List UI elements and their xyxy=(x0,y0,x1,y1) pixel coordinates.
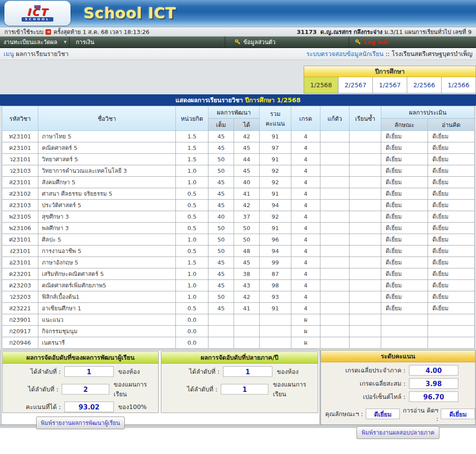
cell-full_score: 45 xyxy=(208,142,234,154)
cell-grade: 4 xyxy=(291,291,320,303)
cell-code: ก20917 xyxy=(2,326,38,337)
header-banner: ICT SCHOOL School ICT xyxy=(0,0,476,27)
cell-character_eval: ดีเยี่ยม xyxy=(381,211,428,223)
menu-item-registration[interactable]: งานทะเบียนและวัดผล ▼ xyxy=(0,37,70,47)
cell-credit: 0.5 xyxy=(176,246,208,257)
rank-panels-container: ผลการจัดอับดับที่ของผลการพัฒนาผู้เรียน ไ… xyxy=(1,350,320,425)
year-tab-1/2566[interactable]: 1/2566 xyxy=(442,77,476,93)
cell-full_score: 45 xyxy=(208,131,234,142)
table-title: แสดงผลการเรียนรายวิชา xyxy=(175,97,243,104)
cell-credit: 0.5 xyxy=(176,211,208,223)
cell-full_score xyxy=(208,326,234,337)
menu-spacer xyxy=(104,37,225,47)
cell-credit: 1.0 xyxy=(176,177,208,188)
cell-reading_eval: ดีเยี่ยม xyxy=(428,188,475,200)
program-rank-value: 2 xyxy=(62,384,109,394)
system-school-label: ระบบตรวจสอบข้อมูลนักเรียน :: โรงเรียนสตร… xyxy=(306,49,472,59)
table-row: ก23901แนะแนว0.0ผ xyxy=(2,314,475,326)
header-character: ลักษณะ xyxy=(381,119,428,131)
cell-total: 94 xyxy=(260,246,291,257)
cell-makeup xyxy=(320,223,350,234)
cell-full_score: 45 xyxy=(208,303,234,314)
cell-grade: 4 xyxy=(291,257,320,268)
main-menu-bar: งานทะเบียนและวัดผล ▼ การเงิน ข้อมูลส่วนต… xyxy=(0,37,476,48)
cell-character_eval xyxy=(381,326,428,337)
cell-retake xyxy=(350,257,381,268)
cell-total: 91 xyxy=(260,303,291,314)
menu-item-finance[interactable]: การเงิน xyxy=(70,37,104,47)
cell-code: ค23201 xyxy=(2,268,38,280)
development-rank-panel: ผลการจัดอับดับที่ของผลการพัฒนาผู้เรียน ไ… xyxy=(2,351,159,413)
cell-reading_eval: ดีเยี่ยม xyxy=(428,223,475,234)
arrow-icon: ➜ xyxy=(45,29,51,35)
cell-full_score: 45 xyxy=(208,177,234,188)
program-rank-value: 1 xyxy=(221,384,268,394)
print-final-exam-report-button[interactable]: พิมพ์รายงานผลสอบปลายภาค xyxy=(357,426,439,439)
cell-code: ท23101 xyxy=(2,131,38,142)
cell-retake xyxy=(350,246,381,257)
cell-code: ง23101 xyxy=(2,246,38,257)
score-label: คะแนนที่ได้ : xyxy=(3,402,64,412)
table-row: ว23103วิทยาการคำนวณและเทคโนโลยี 31.05045… xyxy=(2,165,475,177)
header-makeup: แก้ตัว xyxy=(320,106,350,131)
cell-code: ส23221 xyxy=(2,303,38,314)
rank-unit: ของห้อง xyxy=(114,367,140,376)
header-evaluation: ผลการประเมิน xyxy=(381,106,475,119)
cell-total: 98 xyxy=(260,280,291,291)
cell-retake xyxy=(350,154,381,165)
cell-retake xyxy=(350,165,381,177)
cell-reading_eval: ดีเยี่ยม xyxy=(428,268,475,280)
cell-retake xyxy=(350,314,381,326)
cell-credit: 1.0 xyxy=(176,280,208,291)
cell-code: ส23101 xyxy=(2,177,38,188)
login-label: การเข้าใช้ระบบ xyxy=(4,27,43,37)
cell-name: สุขศึกษา 3 xyxy=(38,211,176,223)
menu-item-profile[interactable]: ข้อมูลส่วนตัว xyxy=(225,37,349,47)
cell-name: ภาษาอังกฤษ 5 xyxy=(38,257,176,268)
year-selector-header: ปีการศึกษา xyxy=(304,66,476,77)
cell-grade: 4 xyxy=(291,165,320,177)
year-tab-1/2568[interactable]: 1/2568 xyxy=(304,77,338,93)
cell-full_score: 45 xyxy=(208,200,234,211)
table-row: ส23103ประวัติศาสตร์ 50.54542944ดีเยี่ยมด… xyxy=(2,200,475,211)
cell-full_score: 45 xyxy=(208,280,234,291)
cell-character_eval: ดีเยี่ยม xyxy=(381,257,428,268)
cell-makeup xyxy=(320,303,350,314)
cell-score xyxy=(234,337,260,349)
cell-makeup xyxy=(320,142,350,154)
year-tab-2/2567[interactable]: 2/2567 xyxy=(338,77,373,93)
cell-retake xyxy=(350,303,381,314)
cell-score: 45 xyxy=(234,165,260,177)
cell-character_eval: ดีเยี่ยม xyxy=(381,165,428,177)
cell-reading_eval: ดีเยี่ยม xyxy=(428,291,475,303)
cell-grade: ผ xyxy=(291,326,320,337)
student-class-info: ม.3/11 แผนการเรียนทั่วไป เลขที่ 9 xyxy=(384,29,472,35)
cell-credit: 1.0 xyxy=(176,234,208,246)
gpa-term-value: 4.00 xyxy=(409,365,458,376)
cell-score xyxy=(234,326,260,337)
cell-total: 92 xyxy=(260,211,291,223)
page: ICT SCHOOL School ICT การเข้าใช้ระบบ ➜ ค… xyxy=(0,0,476,454)
menu-link[interactable]: เมนู xyxy=(4,50,14,57)
cell-makeup xyxy=(320,165,350,177)
header-grade: เกรด xyxy=(291,106,320,131)
menu-item-logout[interactable]: Log out xyxy=(349,37,476,47)
header-credit: หน่วยกิต xyxy=(176,106,208,131)
year-tab-1/2567[interactable]: 1/2567 xyxy=(373,77,407,93)
cell-name: การงานอาชีพ 5 xyxy=(38,246,176,257)
year-selector: ปีการศึกษา 1/25682/25671/25672/25661/256… xyxy=(304,66,476,93)
year-tab-2/2566[interactable]: 2/2566 xyxy=(407,77,442,93)
cell-code: ก23901 xyxy=(2,314,38,326)
cell-name: กิจกรรมชุมนุม xyxy=(38,326,176,337)
system-link[interactable]: ระบบตรวจสอบข้อมูลนักเรียน xyxy=(306,50,383,57)
cell-score: 41 xyxy=(234,303,260,314)
cell-makeup xyxy=(320,177,350,188)
gpa-term-label: เกรดเฉลี่ยประจำภาค : xyxy=(321,365,409,375)
print-development-report-button[interactable]: พิมพ์รายงานผลการพัฒนาผู้เรียน xyxy=(36,417,125,429)
key-icon xyxy=(355,39,361,45)
cell-total: 97 xyxy=(260,142,291,154)
cell-name: ประวัติศาสตร์ 5 xyxy=(38,200,176,211)
cell-full_score: 50 xyxy=(208,154,234,165)
school-ict-logo[interactable]: ICT SCHOOL xyxy=(4,1,71,26)
cell-retake xyxy=(350,131,381,142)
